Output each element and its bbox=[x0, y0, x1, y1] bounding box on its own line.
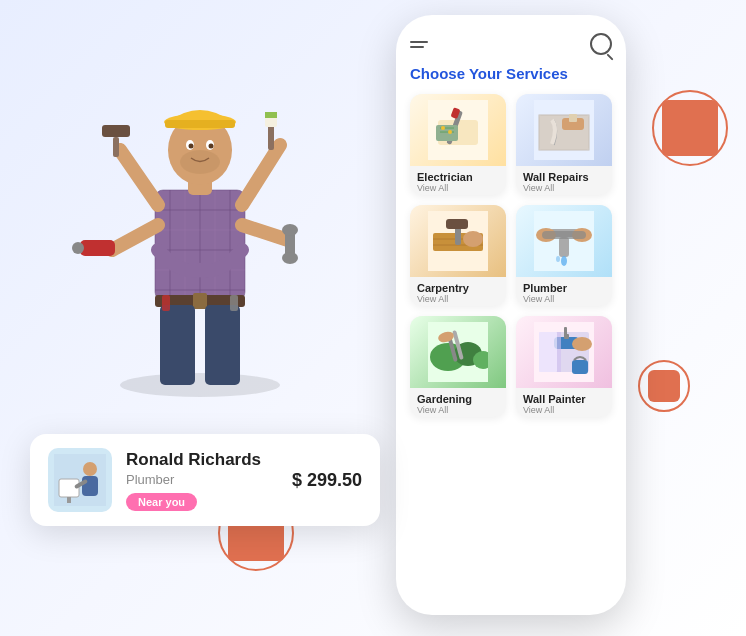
service-label-carpentry: Carpentry View All bbox=[410, 277, 506, 306]
svg-point-38 bbox=[282, 224, 298, 236]
svg-point-56 bbox=[448, 130, 452, 134]
svg-rect-27 bbox=[102, 125, 130, 137]
svg-line-26 bbox=[120, 150, 158, 205]
svg-point-72 bbox=[561, 256, 567, 266]
profile-card: Ronald Richards Plumber Near you $ 299.5… bbox=[30, 434, 380, 526]
deco-rect-mid-right bbox=[648, 370, 680, 402]
svg-point-55 bbox=[441, 126, 445, 130]
service-card-wall-repairs[interactable]: Wall Repairs View All bbox=[516, 94, 612, 195]
phone-mockup: Choose Your Services bbox=[396, 15, 626, 615]
near-you-badge: Near you bbox=[126, 493, 197, 511]
svg-rect-15 bbox=[160, 305, 195, 385]
svg-point-22 bbox=[189, 144, 194, 149]
svg-point-23 bbox=[209, 144, 214, 149]
service-card-electrician[interactable]: Electrician View All bbox=[410, 94, 506, 195]
service-name-wall-repairs: Wall Repairs bbox=[523, 171, 605, 183]
svg-rect-67 bbox=[446, 219, 468, 229]
view-all-wall-repairs: View All bbox=[523, 183, 605, 193]
svg-rect-71 bbox=[559, 237, 569, 257]
view-all-plumber: View All bbox=[523, 294, 605, 304]
menu-icon[interactable] bbox=[410, 41, 428, 48]
svg-rect-89 bbox=[539, 332, 557, 372]
service-label-wall-repairs: Wall Repairs View All bbox=[516, 166, 612, 195]
svg-rect-44 bbox=[67, 497, 71, 503]
handyman-area bbox=[30, 20, 340, 380]
phone-header bbox=[410, 33, 612, 55]
service-name-plumber: Plumber bbox=[523, 282, 605, 294]
view-all-gardening: View All bbox=[417, 405, 499, 415]
svg-rect-41 bbox=[230, 295, 238, 311]
service-card-carpentry[interactable]: Carpentry View All bbox=[410, 205, 506, 306]
svg-point-91 bbox=[572, 337, 592, 351]
service-label-gardening: Gardening View All bbox=[410, 388, 506, 417]
service-image-electrician bbox=[410, 94, 506, 166]
service-image-gardening bbox=[410, 316, 506, 388]
profile-info: Ronald Richards Plumber Near you bbox=[126, 450, 278, 511]
profile-name: Ronald Richards bbox=[126, 450, 278, 470]
service-card-gardening[interactable]: Gardening View All bbox=[410, 316, 506, 417]
svg-rect-16 bbox=[205, 305, 240, 385]
svg-rect-32 bbox=[265, 112, 277, 118]
search-icon[interactable] bbox=[590, 33, 612, 55]
service-image-wall-repairs bbox=[516, 94, 612, 166]
profile-role: Plumber bbox=[126, 472, 278, 487]
view-all-wall-painter: View All bbox=[523, 405, 605, 415]
service-label-electrician: Electrician View All bbox=[410, 166, 506, 195]
service-grid: Electrician View All bbox=[410, 94, 612, 417]
service-name-carpentry: Carpentry bbox=[417, 282, 499, 294]
svg-rect-34 bbox=[80, 240, 115, 256]
view-all-electrician: View All bbox=[417, 183, 499, 193]
svg-line-36 bbox=[242, 225, 288, 240]
phone-inner: Choose Your Services bbox=[396, 15, 626, 615]
svg-point-35 bbox=[72, 242, 84, 254]
service-name-wall-painter: Wall Painter bbox=[523, 393, 605, 405]
svg-rect-28 bbox=[113, 137, 119, 157]
svg-point-68 bbox=[463, 231, 483, 247]
svg-point-73 bbox=[556, 256, 560, 262]
svg-rect-90 bbox=[557, 332, 561, 372]
service-name-gardening: Gardening bbox=[417, 393, 499, 405]
svg-rect-76 bbox=[542, 231, 586, 239]
service-label-wall-painter: Wall Painter View All bbox=[516, 388, 612, 417]
svg-point-39 bbox=[282, 252, 298, 264]
profile-price: $ 299.50 bbox=[292, 470, 362, 491]
deco-rect-top-right bbox=[662, 100, 718, 156]
service-name-electrician: Electrician bbox=[417, 171, 499, 183]
svg-rect-88 bbox=[564, 327, 567, 337]
svg-rect-25 bbox=[165, 120, 235, 128]
service-label-plumber: Plumber View All bbox=[516, 277, 612, 306]
svg-point-45 bbox=[83, 462, 97, 476]
svg-line-33 bbox=[112, 225, 158, 250]
view-all-carpentry: View All bbox=[417, 294, 499, 304]
svg-point-0 bbox=[120, 373, 280, 397]
svg-rect-14 bbox=[193, 293, 207, 309]
service-image-carpentry bbox=[410, 205, 506, 277]
svg-line-29 bbox=[242, 145, 280, 205]
profile-avatar bbox=[48, 448, 112, 512]
svg-rect-52 bbox=[436, 125, 458, 141]
svg-rect-40 bbox=[162, 295, 170, 311]
service-image-plumber bbox=[516, 205, 612, 277]
svg-rect-46 bbox=[82, 476, 98, 496]
service-image-wall-painter bbox=[516, 316, 612, 388]
svg-rect-92 bbox=[572, 360, 588, 374]
handyman-illustration bbox=[50, 30, 350, 400]
service-card-wall-painter[interactable]: Wall Painter View All bbox=[516, 316, 612, 417]
service-card-plumber[interactable]: Plumber View All bbox=[516, 205, 612, 306]
phone-title: Choose Your Services bbox=[410, 65, 612, 82]
svg-rect-61 bbox=[569, 114, 577, 122]
